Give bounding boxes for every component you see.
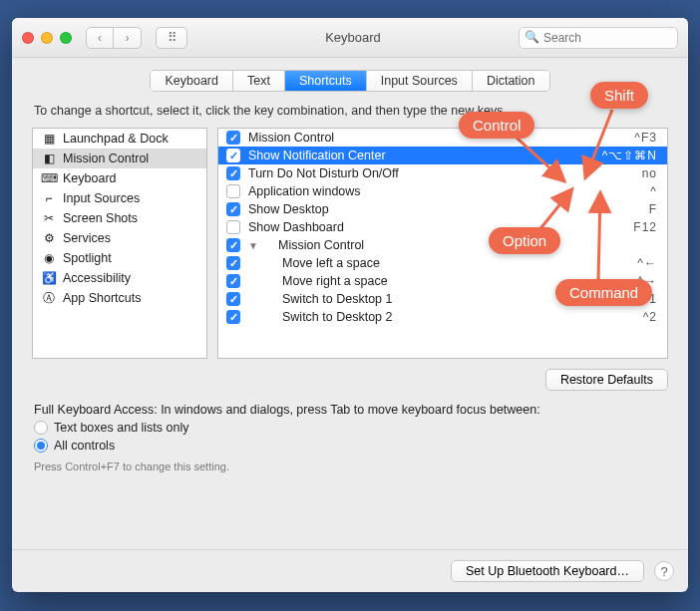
category-icon: ⌨ <box>41 171 57 185</box>
category-icon: ⚙ <box>41 231 57 245</box>
zoom-window-button[interactable] <box>60 32 72 44</box>
radio-label: All controls <box>54 439 115 453</box>
minimize-window-button[interactable] <box>41 32 53 44</box>
close-window-button[interactable] <box>22 32 34 44</box>
shortcut-checkbox[interactable] <box>226 238 240 252</box>
shortcut-row[interactable]: Move right a space^→ <box>218 272 667 290</box>
shortcut-row[interactable]: Turn Do Not Disturb On/Offno <box>218 164 667 182</box>
shortcut-row[interactable]: Application windows^ <box>218 182 667 200</box>
shortcut-checkbox[interactable] <box>226 274 240 288</box>
hint-text: Press Control+F7 to change this setting. <box>12 455 688 472</box>
tab-input-sources[interactable]: Input Sources <box>367 71 473 91</box>
shortcut-row[interactable]: Show DashboardF12 <box>218 218 667 236</box>
shortcut-row[interactable]: Switch to Desktop 2^2 <box>218 308 667 326</box>
category-label: Screen Shots <box>63 211 138 225</box>
shortcut-checkbox[interactable] <box>226 292 240 306</box>
tab-keyboard[interactable]: Keyboard <box>151 71 233 91</box>
show-all-prefs-button[interactable]: ⠿ <box>156 27 187 49</box>
shortcut-keys[interactable]: F <box>649 202 657 216</box>
radio-label: Text boxes and lists only <box>54 421 189 435</box>
restore-defaults-button[interactable]: Restore Defaults <box>545 369 668 391</box>
shortcut-label: Application windows <box>248 184 642 198</box>
shortcut-row[interactable]: ▼Mission Control <box>218 236 667 254</box>
shortcut-label: Mission Control <box>266 238 649 252</box>
tab-text[interactable]: Text <box>233 71 285 91</box>
shortcut-label: Move right a space <box>248 274 629 288</box>
window-title: Keyboard <box>195 30 511 45</box>
shortcut-checkbox[interactable] <box>226 149 240 162</box>
category-icon: ▦ <box>41 132 57 146</box>
shortcut-checkbox[interactable] <box>226 166 240 180</box>
category-label: Launchpad & Dock <box>63 132 169 146</box>
category-icon: ◧ <box>41 152 57 165</box>
shortcut-label: Mission Control <box>248 131 626 145</box>
shortcut-keys[interactable]: F12 <box>633 220 657 234</box>
prefs-tabs: KeyboardTextShortcutsInput SourcesDictat… <box>150 70 549 92</box>
help-button[interactable]: ? <box>654 561 674 581</box>
radio-icon <box>34 439 48 453</box>
setup-bluetooth-keyboard-button[interactable]: Set Up Bluetooth Keyboard… <box>451 560 644 582</box>
shortcut-keys[interactable]: ^← <box>637 256 657 270</box>
window-titlebar: ‹ › ⠿ Keyboard 🔍 <box>12 18 688 58</box>
category-label: App Shortcuts <box>63 291 142 305</box>
tab-dictation[interactable]: Dictation <box>473 71 549 91</box>
radio-text-boxes-only[interactable]: Text boxes and lists only <box>12 419 688 437</box>
shortcut-checkbox[interactable] <box>226 256 240 270</box>
shortcut-keys[interactable]: no <box>642 166 657 180</box>
search-input[interactable] <box>519 27 678 49</box>
shortcut-checkbox[interactable] <box>226 220 240 234</box>
category-label: Mission Control <box>63 152 149 165</box>
category-app-shortcuts[interactable]: ⒶApp Shortcuts <box>33 288 206 308</box>
shortcut-checkbox[interactable] <box>226 131 240 145</box>
tab-shortcuts[interactable]: Shortcuts <box>285 71 367 91</box>
shortcut-checkbox[interactable] <box>226 310 240 324</box>
category-label: Spotlight <box>63 251 112 265</box>
shortcut-keys[interactable]: ^→ <box>637 274 657 288</box>
shortcut-checkbox[interactable] <box>226 184 240 198</box>
category-label: Keyboard <box>63 171 117 185</box>
shortcut-list[interactable]: Mission Control^F3Show Notification Cent… <box>217 128 668 359</box>
disclosure-triangle-icon[interactable]: ▼ <box>248 240 258 251</box>
category-icon: Ⓐ <box>41 291 57 305</box>
search-icon: 🔍 <box>525 30 539 44</box>
category-icon: ♿ <box>41 271 57 285</box>
shortcut-keys[interactable]: ^F3 <box>634 131 657 145</box>
shortcut-keys[interactable]: ^ <box>650 184 657 198</box>
shortcut-label: Move left a space <box>248 256 629 270</box>
shortcut-row[interactable]: Move left a space^← <box>218 254 667 272</box>
category-services[interactable]: ⚙Services <box>33 228 206 248</box>
category-label: Services <box>63 231 111 245</box>
full-keyboard-access-text: Full Keyboard Access: In windows and dia… <box>12 395 688 419</box>
category-spotlight[interactable]: ◉Spotlight <box>33 248 206 268</box>
radio-icon <box>34 421 48 435</box>
shortcut-row[interactable]: Mission Control^F3 <box>218 129 667 147</box>
category-label: Input Sources <box>63 191 140 205</box>
category-list[interactable]: ▦Launchpad & Dock◧Mission Control⌨Keyboa… <box>32 128 207 359</box>
shortcut-row[interactable]: Switch to Desktop 1^1 <box>218 290 667 308</box>
category-icon: ⌐ <box>41 191 57 205</box>
category-screen-shots[interactable]: ✂Screen Shots <box>33 208 206 228</box>
category-mission-control[interactable]: ◧Mission Control <box>33 149 206 168</box>
category-label: Accessibility <box>63 271 131 285</box>
shortcut-checkbox[interactable] <box>226 202 240 216</box>
shortcut-label: Show Dashboard <box>248 220 625 234</box>
shortcut-keys[interactable]: ^2 <box>643 310 657 324</box>
shortcut-row[interactable]: Show DesktopF <box>218 200 667 218</box>
category-accessibility[interactable]: ♿Accessibility <box>33 268 206 288</box>
back-button[interactable]: ‹ <box>86 27 114 49</box>
forward-button[interactable]: › <box>114 27 142 49</box>
shortcut-keys[interactable]: ^1 <box>643 292 657 306</box>
category-keyboard[interactable]: ⌨Keyboard <box>33 168 206 188</box>
nav-back-forward: ‹ › <box>86 27 142 49</box>
shortcut-label: Show Desktop <box>248 202 641 216</box>
shortcut-row[interactable]: Show Notification Center^⌥⇧⌘N <box>218 147 667 164</box>
shortcut-label: Show Notification Center <box>248 149 594 162</box>
category-input-sources[interactable]: ⌐Input Sources <box>33 188 206 208</box>
category-icon: ◉ <box>41 251 57 265</box>
category-icon: ✂ <box>41 211 57 225</box>
radio-all-controls[interactable]: All controls <box>12 437 688 455</box>
category-launchpad-dock[interactable]: ▦Launchpad & Dock <box>33 129 206 149</box>
shortcut-label: Switch to Desktop 1 <box>248 292 635 306</box>
shortcut-label: Switch to Desktop 2 <box>248 310 635 324</box>
shortcut-keys[interactable]: ^⌥⇧⌘N <box>602 149 657 162</box>
